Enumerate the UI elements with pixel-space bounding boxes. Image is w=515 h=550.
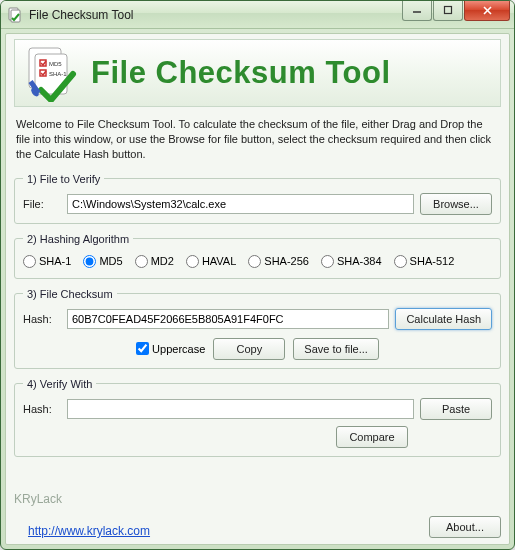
group-algorithm: 2) Hashing Algorithm SHA-1MD5MD2HAVALSHA… (14, 233, 501, 279)
window-title: File Checksum Tool (29, 8, 402, 22)
algo-radio[interactable] (135, 255, 148, 268)
calculate-hash-button[interactable]: Calculate Hash (395, 308, 492, 330)
algo-radio[interactable] (186, 255, 199, 268)
verify-hash-input[interactable] (67, 399, 414, 419)
group-checksum-legend: 3) File Checksum (23, 288, 117, 300)
algo-option-sha1[interactable]: SHA-1 (23, 255, 71, 268)
group-verify: 4) Verify With Hash: Paste Compare (14, 378, 501, 457)
svg-text:SHA-1: SHA-1 (49, 71, 67, 77)
banner-title: File Checksum Tool (91, 55, 391, 91)
algo-label: SHA-512 (410, 255, 455, 267)
algo-label: MD5 (99, 255, 122, 267)
verify-hash-label: Hash: (23, 403, 61, 415)
copy-button[interactable]: Copy (213, 338, 285, 360)
algo-option-sha512[interactable]: SHA-512 (394, 255, 455, 268)
algo-radio[interactable] (83, 255, 96, 268)
maximize-button[interactable] (433, 1, 463, 21)
algorithm-options: SHA-1MD5MD2HAVALSHA-256SHA-384SHA-512 (23, 253, 492, 270)
banner: MD5 SHA-1 File Checksum Tool (14, 39, 501, 107)
algo-option-haval[interactable]: HAVAL (186, 255, 236, 268)
algo-label: SHA-1 (39, 255, 71, 267)
paste-button[interactable]: Paste (420, 398, 492, 420)
group-algorithm-legend: 2) Hashing Algorithm (23, 233, 133, 245)
algo-radio[interactable] (248, 255, 261, 268)
algo-label: HAVAL (202, 255, 236, 267)
hash-label: Hash: (23, 313, 61, 325)
svg-text:MD5: MD5 (49, 61, 62, 67)
website-link[interactable]: http://www.krylack.com (28, 524, 150, 538)
app-icon (7, 7, 23, 23)
algo-radio[interactable] (394, 255, 407, 268)
window-controls (402, 1, 514, 21)
banner-icon: MD5 SHA-1 (23, 44, 81, 102)
compare-button[interactable]: Compare (336, 426, 408, 448)
group-file-legend: 1) File to Verify (23, 173, 104, 185)
file-path-input[interactable] (67, 194, 414, 214)
footer: KRyLack http://www.krylack.com About... (14, 488, 501, 538)
group-checksum: 3) File Checksum Hash: Calculate Hash Up… (14, 288, 501, 369)
close-button[interactable] (464, 1, 510, 21)
minimize-button[interactable] (402, 1, 432, 21)
algo-option-sha256[interactable]: SHA-256 (248, 255, 309, 268)
welcome-text: Welcome to File Checksum Tool. To calcul… (16, 117, 499, 162)
svg-rect-3 (445, 7, 452, 14)
about-button[interactable]: About... (429, 516, 501, 538)
save-to-file-button[interactable]: Save to file... (293, 338, 379, 360)
algo-label: SHA-384 (337, 255, 382, 267)
group-verify-legend: 4) Verify With (23, 378, 96, 390)
algo-radio[interactable] (321, 255, 334, 268)
uppercase-checkbox-label[interactable]: Uppercase (136, 342, 205, 355)
uppercase-checkbox[interactable] (136, 342, 149, 355)
algo-label: MD2 (151, 255, 174, 267)
group-file: 1) File to Verify File: Browse... (14, 173, 501, 224)
algo-option-md5[interactable]: MD5 (83, 255, 122, 268)
file-label: File: (23, 198, 61, 210)
hash-output[interactable] (67, 309, 389, 329)
algo-option-sha384[interactable]: SHA-384 (321, 255, 382, 268)
algo-option-md2[interactable]: MD2 (135, 255, 174, 268)
client-area: MD5 SHA-1 File Checksum Tool Welcome to … (5, 33, 510, 545)
algo-label: SHA-256 (264, 255, 309, 267)
app-window: File Checksum Tool MD5 (0, 0, 515, 550)
uppercase-text: Uppercase (152, 343, 205, 355)
browse-button[interactable]: Browse... (420, 193, 492, 215)
brand-text: KRyLack (14, 492, 150, 506)
algo-radio[interactable] (23, 255, 36, 268)
svg-rect-1 (11, 10, 20, 22)
titlebar[interactable]: File Checksum Tool (1, 1, 514, 29)
